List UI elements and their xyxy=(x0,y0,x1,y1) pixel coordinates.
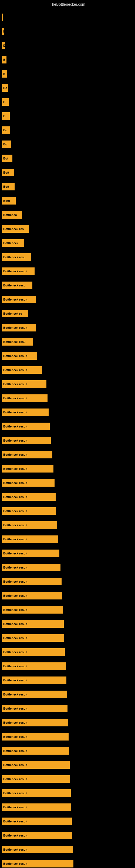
bar-label: B xyxy=(3,72,5,75)
bar-row: Bottleneck result xyxy=(2,504,135,518)
bar-row: Bottleneck result xyxy=(2,758,135,772)
bar: B xyxy=(2,112,10,120)
bar-row: Bottleneck result xyxy=(2,476,135,490)
bar-label: Bottleneck result xyxy=(3,679,27,682)
bar-label: Bottleneck result xyxy=(3,368,27,372)
bar-label: Bottleneck result xyxy=(3,382,27,386)
bar-label: Bottleneck result xyxy=(3,749,27,752)
bar: Bottleneck result xyxy=(2,860,74,867)
bar-row: Bottleneck xyxy=(2,236,135,250)
bar: Bottleneck result xyxy=(2,620,64,628)
bar-label: Bottleneck xyxy=(3,241,18,245)
bar: Bottleneck result xyxy=(2,832,72,839)
bar: Bottleneck result xyxy=(2,733,69,741)
bar-label: Bottleneck result xyxy=(3,495,27,499)
bar: Bottleneck result xyxy=(2,394,48,402)
site-title: TheBottlenecker.com xyxy=(0,0,135,8)
bar-label: Bottleneck result xyxy=(3,298,27,301)
bar-row: Bottleneck result xyxy=(2,659,135,673)
bar-label: Bottleneck resu xyxy=(3,340,26,343)
bar: Bottleneck result xyxy=(2,507,56,515)
bar: Bottleneck result xyxy=(2,521,57,529)
bar-label: Bott xyxy=(3,171,9,174)
bar-label: E xyxy=(3,30,4,33)
bar: Bottleneck resu xyxy=(2,338,33,346)
bar-row: E xyxy=(2,38,135,53)
bar: Bot xyxy=(2,155,12,162)
bar: Bottleneck result xyxy=(2,479,54,487)
bar: Bottleneck result xyxy=(2,408,49,416)
bar: Bottlenec xyxy=(2,211,22,219)
bar-row: Bottleneck result xyxy=(2,575,135,589)
bar: Bottleneck result xyxy=(2,634,64,642)
bar-row: Bottleneck result xyxy=(2,772,135,786)
bar: Bottleneck result xyxy=(2,846,73,854)
bar: E xyxy=(2,42,5,50)
bar-row: Bottleneck result xyxy=(2,349,135,363)
bar-row: Bottleneck result xyxy=(2,716,135,730)
bar-row: B xyxy=(2,95,135,109)
bar: Bottleneck result xyxy=(2,324,36,332)
bar-row: Bottleneck result xyxy=(2,631,135,645)
bar-row: Bottleneck result xyxy=(2,363,135,377)
bar-row: Bottleneck result xyxy=(2,532,135,546)
bar: Bottleneck result xyxy=(2,268,35,275)
bar: Bottleneck result xyxy=(2,747,69,755)
bar-label: Bottleneck result xyxy=(3,481,27,485)
bar-label: Bottleneck result xyxy=(3,270,27,273)
bar-label: Bottleneck result xyxy=(3,622,27,625)
bar-label: Bottleneck result xyxy=(3,453,27,456)
bar: Bottl xyxy=(2,197,16,205)
bar-row: E xyxy=(2,24,135,38)
bar-label: Bottleneck resu xyxy=(3,255,26,259)
bar-label: Bottleneck result xyxy=(3,806,27,809)
bar-row xyxy=(2,10,135,24)
bar: Bottleneck result xyxy=(2,423,50,430)
bar: Bottleneck result xyxy=(2,352,37,360)
bar-label: Bottleneck result xyxy=(3,608,27,611)
bar-label: Bottleneck result xyxy=(3,580,27,583)
bar: Bott xyxy=(2,183,14,190)
bar: Bottleneck result xyxy=(2,465,53,472)
bar: Bottleneck res xyxy=(2,225,29,233)
bar: Bo xyxy=(2,141,11,148)
bar: B xyxy=(2,98,9,106)
bar-row: Bott xyxy=(2,165,135,180)
bar-row: Bo xyxy=(2,81,135,95)
bar: Bottleneck result xyxy=(2,705,68,712)
bar-label: Bo xyxy=(3,86,7,90)
bar-label: B xyxy=(3,100,5,104)
bar-row: Bottleneck result xyxy=(2,842,135,857)
bar-row: Bottleneck result xyxy=(2,800,135,814)
bar-label: Bottleneck result xyxy=(3,566,27,569)
bar-row: Bottleneck result xyxy=(2,645,135,659)
bar: Bottleneck resu xyxy=(2,282,32,289)
bar: Bott xyxy=(2,169,14,176)
bar-label: Bottleneck result xyxy=(3,326,27,329)
bar-row: Bottleneck result xyxy=(2,405,135,420)
bar: B xyxy=(2,70,7,78)
bar-row: Bottleneck result xyxy=(2,730,135,744)
bar-row: Bottleneck result xyxy=(2,814,135,828)
bar-label: Bottleneck res xyxy=(3,227,24,230)
bar-label: Bottleneck result xyxy=(3,467,27,470)
bar: Bottleneck result xyxy=(2,296,36,303)
bar-label: Bottleneck result xyxy=(3,594,27,597)
bar-row: Bottleneck result xyxy=(2,828,135,842)
bar-row: Bottlenec xyxy=(2,208,135,222)
bar: Bottleneck result xyxy=(2,719,68,726)
bar: Bottleneck xyxy=(2,239,24,247)
bar: Bottleneck result xyxy=(2,380,46,388)
bar: Bottleneck result xyxy=(2,775,70,783)
bar-row: Bottleneck result xyxy=(2,603,135,617)
bar-label: B xyxy=(3,58,5,61)
bar-label: Bottleneck result xyxy=(3,834,27,837)
bar-label: Bottl xyxy=(3,199,10,203)
bar-row: Bottleneck result xyxy=(2,857,135,868)
bar-row: Bottleneck result xyxy=(2,673,135,687)
bar: B xyxy=(2,56,6,63)
bar-row: Bottleneck result xyxy=(2,377,135,391)
bar-row: Bottleneck result xyxy=(2,447,135,462)
bar-label: Bottleneck result xyxy=(3,425,27,428)
bar-label: Bottleneck re xyxy=(3,312,22,315)
